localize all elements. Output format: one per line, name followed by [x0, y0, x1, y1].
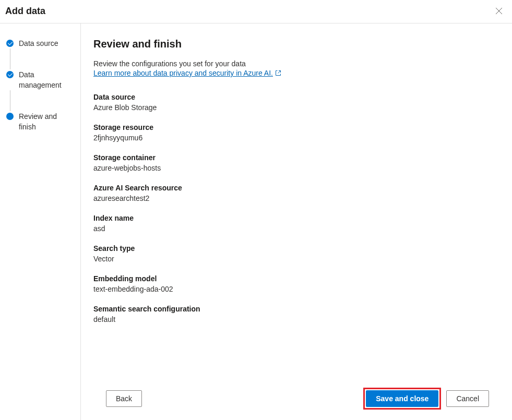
step-connector — [10, 90, 10, 111]
step-data-management[interactable]: Data management — [6, 69, 75, 90]
stepper-sidebar: Data source Data management Review and f… — [0, 23, 81, 420]
field-azure-ai-search: Azure AI Search resource azuresearchtest… — [93, 184, 499, 202]
content-wrapper: Review and finish Review the configurati… — [93, 38, 499, 377]
highlight-annotation: Save and close — [363, 388, 441, 410]
field-label: Embedding model — [93, 274, 499, 283]
field-label: Semantic search configuration — [93, 305, 499, 313]
main-panel: Review and finish Review the configurati… — [81, 23, 512, 420]
field-value: asd — [93, 224, 499, 233]
step-data-source[interactable]: Data source — [6, 38, 75, 49]
field-search-type: Search type Vector — [93, 244, 499, 263]
dialog-header: Add data — [0, 0, 512, 23]
dialog-body: Data source Data management Review and f… — [0, 23, 512, 420]
dialog-title: Add data — [5, 6, 45, 17]
close-icon — [495, 7, 503, 15]
close-button[interactable] — [493, 5, 505, 17]
cancel-button[interactable]: Cancel — [446, 390, 489, 407]
step-label: Review and finish — [19, 111, 75, 132]
step-review-finish[interactable]: Review and finish — [6, 111, 75, 132]
back-button[interactable]: Back — [106, 390, 142, 407]
field-embedding-model: Embedding model text-embedding-ada-002 — [93, 274, 499, 293]
field-label: Azure AI Search resource — [93, 184, 499, 192]
field-value: default — [93, 315, 499, 323]
step-label: Data management — [19, 69, 75, 90]
page-title: Review and finish — [93, 38, 499, 50]
add-data-dialog: Add data Data source Data management — [0, 0, 512, 420]
field-value: azure-webjobs-hosts — [93, 164, 499, 172]
field-data-source: Data source Azure Blob Storage — [93, 93, 499, 112]
page-subtitle: Review the configurations you set for yo… — [93, 59, 499, 68]
learn-more-link[interactable]: Learn more about data privacy and securi… — [93, 69, 499, 77]
external-link-icon — [275, 70, 281, 76]
footer-right: Save and close Cancel — [363, 388, 489, 410]
step-connector — [10, 49, 10, 69]
field-semantic-search-config: Semantic search configuration default — [93, 305, 499, 323]
dialog-footer: Back Save and close Cancel — [93, 377, 499, 420]
field-value: Vector — [93, 255, 499, 263]
field-label: Storage resource — [93, 123, 499, 131]
circle-icon — [6, 113, 14, 120]
stepper: Data source Data management Review and f… — [6, 38, 75, 132]
footer-left: Back — [106, 390, 142, 407]
save-and-close-button[interactable]: Save and close — [366, 390, 438, 407]
field-value: azuresearchtest2 — [93, 194, 499, 202]
learn-more-text: Learn more about data privacy and securi… — [93, 69, 273, 77]
checkmark-icon — [6, 71, 14, 78]
field-label: Index name — [93, 214, 499, 222]
field-label: Search type — [93, 244, 499, 253]
field-value: Azure Blob Storage — [93, 103, 499, 112]
field-value: 2fjnhsyyqumu6 — [93, 134, 499, 142]
checkmark-icon — [6, 40, 14, 47]
field-value: text-embedding-ada-002 — [93, 285, 499, 293]
field-label: Data source — [93, 93, 499, 101]
field-index-name: Index name asd — [93, 214, 499, 233]
field-storage-container: Storage container azure-webjobs-hosts — [93, 153, 499, 172]
svg-line-2 — [278, 71, 280, 74]
field-label: Storage container — [93, 153, 499, 162]
step-label: Data source — [19, 38, 58, 49]
field-storage-resource: Storage resource 2fjnhsyyqumu6 — [93, 123, 499, 142]
